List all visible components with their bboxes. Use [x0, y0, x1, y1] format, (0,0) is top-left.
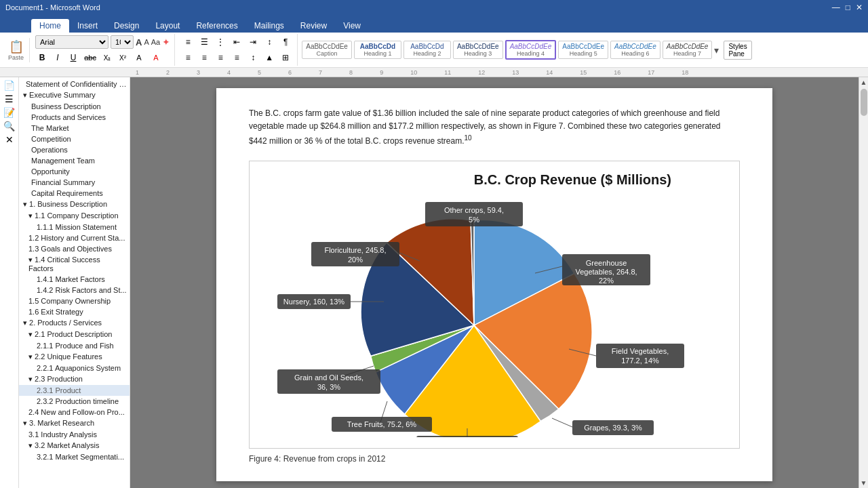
paste-button[interactable]: 📋 Paste [8, 39, 24, 61]
sidebar-item-1-1-1-mission[interactable]: 1.1.1 Mission Statement [19, 222, 130, 232]
sidebar-item-1-biz-desc[interactable]: ▾ 1. Business Description [19, 199, 130, 210]
svg-text:Field Vegetables,: Field Vegetables, [612, 347, 669, 355]
shading-button[interactable]: ▲ [262, 51, 277, 64]
list-view-icon[interactable]: ☰ [5, 94, 14, 104]
tab-insert[interactable]: Insert [69, 19, 106, 33]
scroll-down-btn[interactable]: ▼ [859, 478, 868, 488]
heading5-style-item[interactable]: AaBbCcDdEe Heading 5 [558, 41, 608, 59]
more-styles-button[interactable]: ▾ [714, 45, 719, 56]
scroll-thumb[interactable] [861, 89, 867, 116]
sidebar-item-2-2-unique[interactable]: ▾ 2.2 Unique Features [19, 351, 130, 363]
sidebar-item-2-1-product-desc[interactable]: ▾ 2.1 Product Description [19, 329, 130, 340]
show-marks-button[interactable]: ¶ [278, 35, 293, 49]
heading2-style-item[interactable]: AaBbCcDd Heading 2 [403, 41, 451, 59]
align-center-button[interactable]: ≡ [197, 51, 212, 64]
strikethrough-button[interactable]: abc [82, 51, 98, 64]
new-doc-icon[interactable]: 📄 [3, 80, 15, 91]
heading3-style-item[interactable]: AaBbCcDdEe Heading 3 [453, 41, 503, 59]
underline-button[interactable]: U [66, 51, 80, 64]
sidebar-item-2-3-2-timeline[interactable]: 2.3.2 Production timeline [19, 396, 130, 407]
sidebar-item-opportunity[interactable]: Opportunity [19, 166, 130, 177]
sidebar-item-2-3-1-product[interactable]: 2.3.1 Product [19, 385, 130, 396]
sidebar-item-3-1-industry[interactable]: 3.1 Industry Analysis [19, 429, 130, 440]
sidebar-item-3-market[interactable]: ▾ 3. Market Research [19, 418, 130, 429]
caption-style-item[interactable]: AaBbCcDdEe Caption [302, 41, 352, 59]
clear-format-button[interactable]: ✦ [162, 37, 170, 47]
heading7-style-item[interactable]: AaBbCcDdEe Heading 7 [663, 41, 713, 59]
sidebar-item-3-2-market[interactable]: ▾ 3.2 Market Analysis [19, 440, 130, 451]
multilevel-button[interactable]: ⋮ [213, 35, 228, 49]
svg-text:20%: 20% [348, 256, 363, 264]
align-left-button[interactable]: ≡ [180, 51, 195, 64]
align-right-button[interactable]: ≡ [213, 51, 228, 64]
sidebar-item-financial-summary[interactable]: Financial Summary [19, 177, 130, 188]
sidebar-item-1-1-company[interactable]: ▾ 1.1 Company Description [19, 210, 130, 222]
sidebar-item-biz-desc[interactable]: Business Description [19, 101, 130, 112]
sidebar-item-2-4-follow-on[interactable]: 2.4 New and Follow-on Pro... [19, 407, 130, 418]
sort-button[interactable]: ↕ [262, 35, 277, 49]
justify-button[interactable]: ≡ [229, 51, 244, 64]
font-color-button[interactable]: A [149, 51, 163, 64]
sidebar-item-2-3-production[interactable]: ▾ 2.3 Production [19, 373, 130, 385]
subscript-button[interactable]: X₂ [100, 51, 114, 64]
sidebar-item-3-2-1-segment[interactable]: 3.2.1 Market Segmentati... [19, 451, 130, 462]
bold-button[interactable]: B [35, 51, 49, 64]
tab-mailings[interactable]: Mailings [246, 19, 292, 33]
shrink-font-button[interactable]: A [144, 38, 149, 46]
right-scrollbar[interactable]: ▲ ▼ [859, 77, 868, 488]
borders-button[interactable]: ⊞ [278, 51, 293, 64]
sidebar-item-operations[interactable]: Operations [19, 144, 130, 155]
sidebar-item-exec-summary[interactable]: ▾ Executive Summary [19, 89, 130, 101]
sidebar-item-1-3-goals[interactable]: 1.3 Goals and Objectives [19, 243, 130, 254]
sidebar-item-2-products[interactable]: ▾ 2. Products / Services [19, 317, 130, 329]
sidebar-item-the-market[interactable]: The Market [19, 123, 130, 134]
font-size-select[interactable]: 10 [111, 35, 134, 49]
tab-references[interactable]: References [188, 19, 245, 33]
italic-button[interactable]: I [51, 51, 64, 64]
increase-indent-button[interactable]: ⇥ [245, 35, 260, 49]
change-case-button[interactable]: Aa [151, 38, 160, 46]
styles-pane-button[interactable]: StylesPane [724, 41, 751, 60]
decrease-indent-button[interactable]: ⇤ [229, 35, 244, 49]
chart-caption: Figure 4: Revenue from crops in 2012 [249, 454, 740, 464]
sidebar-item-competition[interactable]: Competition [19, 134, 130, 144]
superscript-button[interactable]: X² [116, 51, 130, 64]
sidebar-item-mgmt-team[interactable]: Management Team [19, 155, 130, 166]
text-highlight-button[interactable]: A [132, 51, 146, 64]
sidebar-item-1-2-history[interactable]: 1.2 History and Current Sta... [19, 232, 130, 243]
sidebar-item-1-6-exit[interactable]: 1.6 Exit Strategy [19, 306, 130, 317]
tab-design[interactable]: Design [106, 19, 147, 33]
minimize-btn[interactable]: — [832, 3, 840, 12]
tab-review[interactable]: Review [292, 19, 335, 33]
search-icon[interactable]: 🔍 [3, 121, 15, 131]
tab-layout[interactable]: Layout [147, 19, 188, 33]
numbering-button[interactable]: ☰ [197, 35, 212, 49]
tab-home[interactable]: Home [31, 19, 69, 33]
sidebar-item-capital-req[interactable]: Capital Requirements [19, 188, 130, 199]
sidebar-item-1-5-ownership[interactable]: 1.5 Company Ownership [19, 296, 130, 306]
outline-icon[interactable]: 📝 [3, 107, 15, 118]
tab-view[interactable]: View [335, 19, 369, 33]
sidebar-item-products-services[interactable]: Products and Services [19, 112, 130, 123]
sidebar-item-1-4-csf[interactable]: ▾ 1.4 Critical Success Factors [19, 254, 130, 274]
sidebar-item-1-4-1-market[interactable]: 1.4.1 Market Factors [19, 274, 130, 285]
close-panel-icon[interactable]: ✕ [5, 134, 14, 145]
font-family-select[interactable]: Arial [35, 35, 108, 49]
main-body: 📄 ☰ 📝 🔍 ✕ Statement of Confidentiality &… [0, 77, 868, 488]
sidebar-item-2-2-1-aquaponics[interactable]: 2.2.1 Aquaponics System [19, 363, 130, 373]
line-spacing-button[interactable]: ↕ [245, 51, 260, 64]
close-btn[interactable]: ✕ [856, 3, 863, 12]
grow-font-button[interactable]: A [136, 37, 142, 47]
heading4-style-item[interactable]: AaBbCcDdEe Heading 4 [505, 40, 557, 60]
sidebar-item-confidentiality[interactable]: Statement of Confidentiality &... [19, 79, 130, 89]
heading6-style-item[interactable]: AaBbCcDdEe Heading 6 [610, 41, 660, 59]
chart-container: B.C. Crop Revenue ($ Millions) [249, 161, 740, 449]
bullets-button[interactable]: ≡ [180, 35, 195, 49]
title-bar-controls: — □ ✕ [832, 3, 863, 12]
sidebar-item-2-1-1-produce[interactable]: 2.1.1 Produce and Fish [19, 340, 130, 351]
heading1-style-item[interactable]: AaBbCcDd Heading 1 [354, 41, 401, 59]
scroll-up-btn[interactable]: ▲ [859, 77, 868, 87]
maximize-btn[interactable]: □ [846, 3, 850, 12]
sidebar-item-1-4-2-risk[interactable]: 1.4.2 Risk Factors and St... [19, 285, 130, 296]
ribbon-toolbar-row1: 📋 Paste Arial 10 A A Aa ✦ B I U [0, 33, 868, 68]
